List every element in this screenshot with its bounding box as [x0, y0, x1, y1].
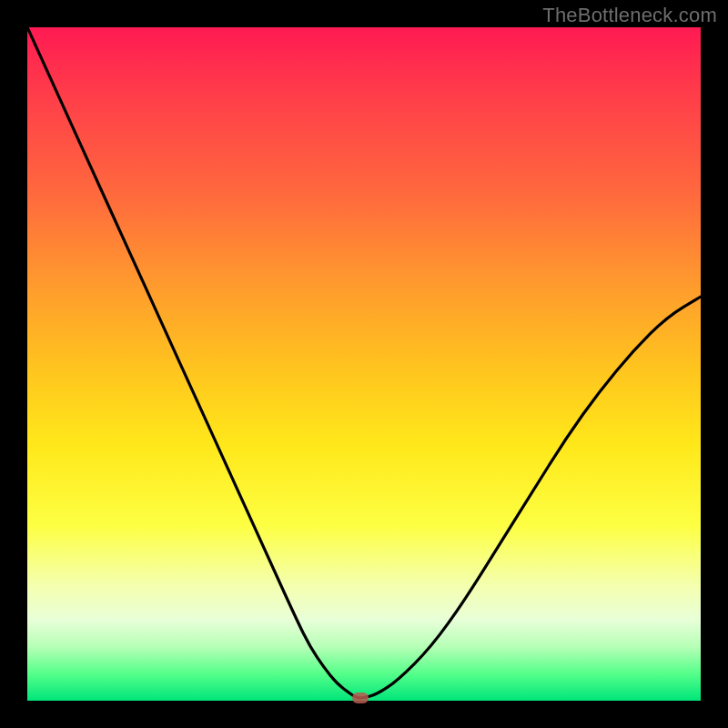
plot-area — [27, 27, 701, 701]
watermark-text: TheBottleneck.com — [542, 4, 717, 27]
curve-svg — [27, 27, 701, 701]
chart-frame: TheBottleneck.com — [0, 0, 728, 728]
bottleneck-marker — [352, 693, 369, 703]
bottleneck-curve — [27, 27, 701, 698]
